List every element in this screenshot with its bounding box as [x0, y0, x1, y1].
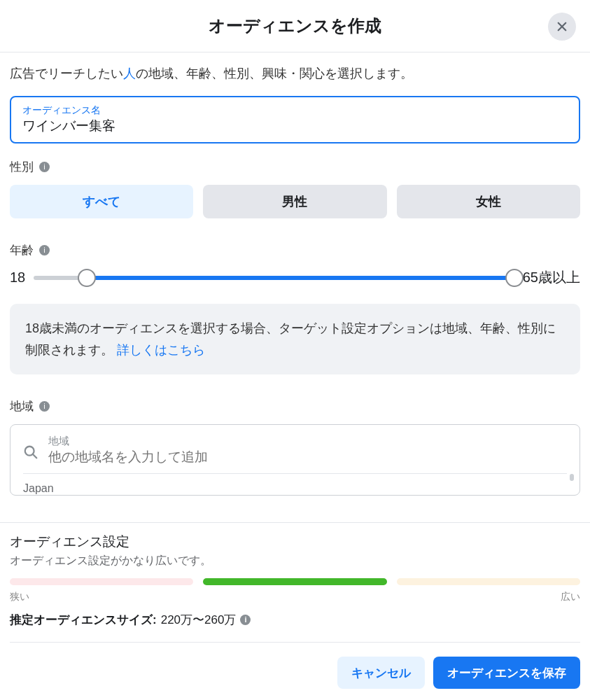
audience-name-field[interactable]: オーディエンス名 [10, 96, 580, 144]
region-input[interactable] [48, 449, 567, 465]
age-slider[interactable] [34, 270, 514, 286]
audience-name-input[interactable] [22, 118, 568, 134]
region-search[interactable]: 地域 [23, 435, 567, 474]
save-button[interactable]: オーディエンスを保存 [433, 657, 580, 689]
gender-label: 性別 i [10, 159, 580, 175]
audience-settings-title: オーディエンス設定 [10, 533, 580, 551]
age-label-text: 年齢 [10, 242, 34, 258]
meter-segment-good [203, 578, 386, 585]
age-notice: 18歳未満のオーディエンスを選択する場合、ターゲット設定オプションは地域、年齢、… [10, 304, 580, 374]
intro-text: 広告でリーチしたい人の地域、年齢、性別、興味・関心を選択します。 [10, 65, 580, 82]
info-icon[interactable]: i [39, 245, 50, 255]
info-icon[interactable]: i [39, 162, 50, 172]
audience-status-text: オーディエンス設定がかなり広いです。 [10, 554, 580, 568]
region-label: 地域 i [10, 398, 580, 414]
info-icon[interactable]: i [240, 615, 251, 625]
age-min-value: 18 [10, 270, 25, 286]
region-field-label: 地域 [48, 435, 567, 448]
slider-thumb-min[interactable] [78, 269, 96, 287]
slider-thumb-max[interactable] [505, 269, 524, 287]
dialog-title: オーディエンスを作成 [209, 15, 381, 37]
audience-size: 推定オーディエンスサイズ: 220万〜260万 i [10, 612, 580, 643]
dialog-content: 広告でリーチしたい人の地域、年齢、性別、興味・関心を選択します。 オーディエンス… [0, 52, 590, 496]
audience-meter [10, 578, 580, 585]
audience-size-value: 220万〜260万 [161, 612, 237, 628]
age-max-value: 65歳以上 [523, 268, 580, 287]
notice-link[interactable]: 詳しくはこちら [117, 343, 205, 357]
dialog-footer: オーディエンス設定 オーディエンス設定がかなり広いです。 狭い 広い 推定オーデ… [0, 522, 590, 700]
region-list: Japan [23, 474, 567, 495]
gender-all-button[interactable]: すべて [10, 185, 193, 218]
intro-prefix: 広告でリーチしたい [10, 66, 123, 80]
region-box: 地域 Japan [10, 424, 580, 496]
gender-female-button[interactable]: 女性 [397, 185, 580, 218]
meter-label-broad: 広い [561, 591, 580, 603]
dialog-header: オーディエンスを作成 [0, 0, 590, 52]
cancel-button[interactable]: キャンセル [337, 657, 425, 689]
meter-labels: 狭い 広い [10, 591, 580, 603]
meter-label-narrow: 狭い [10, 591, 29, 603]
gender-label-text: 性別 [10, 159, 34, 175]
svg-line-3 [33, 454, 37, 458]
meter-segment-narrow [10, 578, 193, 585]
audience-size-label: 推定オーディエンスサイズ: [10, 612, 157, 628]
intro-suffix: の地域、年齢、性別、興味・関心を選択します。 [136, 66, 413, 80]
slider-fill [87, 276, 514, 280]
dialog-actions: キャンセル オーディエンスを保存 [10, 657, 580, 689]
close-icon [556, 20, 568, 33]
region-item[interactable]: Japan [23, 482, 54, 494]
scrollbar[interactable] [570, 474, 574, 481]
age-label: 年齢 i [10, 242, 580, 258]
intro-highlight: 人 [123, 66, 136, 80]
close-button[interactable] [548, 13, 576, 41]
age-slider-row: 18 65歳以上 [10, 268, 580, 287]
meter-segment-broad [397, 578, 580, 585]
search-icon [23, 444, 38, 460]
gender-male-button[interactable]: 男性 [203, 185, 386, 218]
gender-group: すべて 男性 女性 [10, 185, 580, 218]
audience-name-label: オーディエンス名 [22, 104, 568, 117]
info-icon[interactable]: i [39, 401, 50, 412]
region-search-inner: 地域 [48, 435, 567, 465]
region-label-text: 地域 [10, 398, 34, 414]
notice-text: 18歳未満のオーディエンスを選択する場合、ターゲット設定オプションは地域、年齢、… [25, 321, 556, 357]
